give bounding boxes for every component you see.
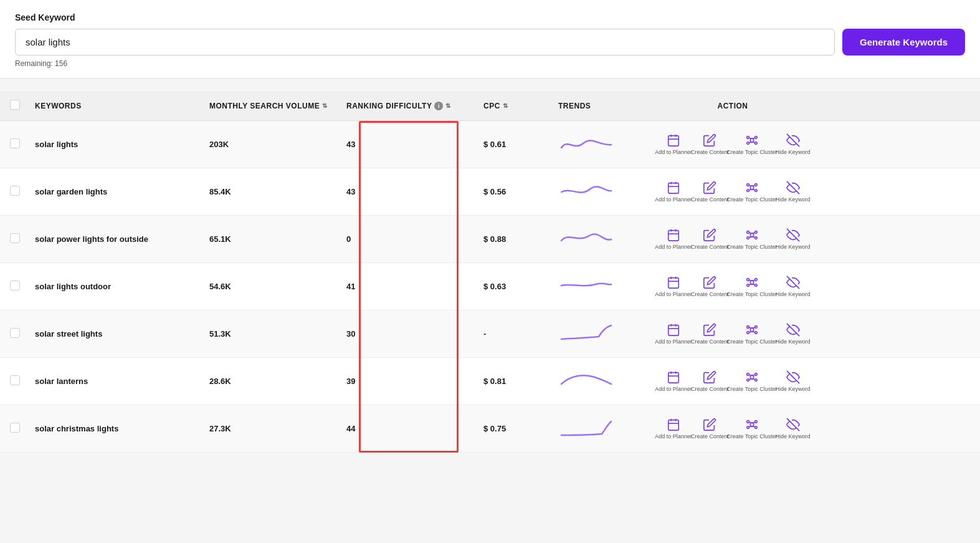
- hide-keyword-4[interactable]: Hide Keyword: [778, 276, 807, 298]
- row-checkbox-2[interactable]: [10, 186, 20, 196]
- add-to-planner-1[interactable]: Add to Planner: [658, 133, 689, 156]
- create-content-4[interactable]: Create Content: [694, 276, 726, 298]
- seed-keyword-input[interactable]: [15, 29, 835, 55]
- keyword-2: solar garden lights: [35, 187, 209, 196]
- svg-line-26: [752, 189, 755, 190]
- table-row: solar power lights for outside 65.1K 0 $…: [0, 216, 980, 263]
- hide-keyword-2[interactable]: Hide Keyword: [778, 181, 807, 203]
- rd-2: 43: [346, 187, 483, 196]
- svg-point-20: [755, 183, 758, 186]
- add-to-planner-6[interactable]: Add to Planner: [658, 370, 689, 393]
- svg-line-65: [749, 327, 752, 328]
- create-content-7[interactable]: Create Content: [694, 418, 726, 440]
- svg-line-53: [749, 284, 752, 284]
- seed-keyword-label: Seed Keyword: [15, 12, 965, 22]
- rd-7: 44: [346, 424, 483, 433]
- table-row: solar lights outdoor 54.6K 41 $ 0.63 Add…: [0, 263, 980, 310]
- svg-line-38: [752, 233, 755, 233]
- create-topic-cluster-7[interactable]: Create Topic Cluster: [731, 418, 773, 440]
- add-to-planner-4[interactable]: Add to Planner: [658, 276, 689, 298]
- create-topic-cluster-3[interactable]: Create Topic Cluster: [731, 228, 773, 251]
- rd-info-icon[interactable]: i: [434, 102, 443, 110]
- add-to-planner-7[interactable]: Add to Planner: [658, 418, 689, 440]
- svg-rect-42: [668, 277, 679, 288]
- row-checkbox-4[interactable]: [10, 281, 20, 291]
- svg-point-33: [747, 231, 749, 233]
- msv-7: 27.3K: [209, 424, 346, 433]
- create-content-6[interactable]: Create Content: [694, 370, 726, 393]
- table-row: solar lanterns 28.6K 39 $ 0.81 Add to Pl…: [0, 358, 980, 405]
- svg-point-89: [747, 420, 749, 423]
- svg-point-90: [755, 420, 758, 423]
- msv-sort-icon[interactable]: ⇅: [322, 102, 328, 109]
- create-topic-cluster-6[interactable]: Create Topic Cluster: [731, 370, 773, 393]
- row-checkbox-6[interactable]: [10, 375, 20, 385]
- svg-line-11: [749, 142, 752, 142]
- svg-line-93: [749, 422, 752, 423]
- generate-keywords-button[interactable]: Generate Keywords: [842, 29, 965, 55]
- svg-line-39: [749, 236, 752, 237]
- create-content-2[interactable]: Create Content: [694, 181, 726, 203]
- svg-point-76: [755, 373, 758, 375]
- svg-line-40: [752, 236, 755, 237]
- svg-point-61: [747, 325, 749, 328]
- svg-rect-28: [668, 230, 679, 241]
- trend-4: [558, 274, 658, 299]
- create-topic-cluster-1[interactable]: Create Topic Cluster: [731, 133, 773, 156]
- hide-keyword-1[interactable]: Hide Keyword: [778, 133, 807, 156]
- cpc-3: $ 0.88: [483, 234, 558, 244]
- svg-point-77: [747, 378, 749, 381]
- svg-point-46: [750, 281, 754, 284]
- msv-6: 28.6K: [209, 377, 346, 386]
- add-to-planner-5[interactable]: Add to Planner: [658, 323, 689, 345]
- table-row: solar christmas lights 27.3K 44 $ 0.75 A…: [0, 405, 980, 453]
- keyword-4: solar lights outdoor: [35, 282, 209, 291]
- create-topic-cluster-2[interactable]: Create Topic Cluster: [731, 181, 773, 203]
- svg-point-63: [747, 331, 749, 334]
- header-checkbox[interactable]: [10, 100, 20, 110]
- create-content-1[interactable]: Create Content: [694, 133, 726, 156]
- svg-point-74: [750, 375, 754, 379]
- cpc-5: -: [483, 329, 558, 339]
- keyword-6: solar lanterns: [35, 377, 209, 386]
- table-row: solar garden lights 85.4K 43 $ 0.56 Add …: [0, 168, 980, 216]
- cpc-sort-icon[interactable]: ⇅: [503, 102, 508, 109]
- create-topic-cluster-5[interactable]: Create Topic Cluster: [731, 323, 773, 345]
- row-checkbox-3[interactable]: [10, 233, 20, 243]
- row-checkbox-7[interactable]: [10, 423, 20, 433]
- keyword-5: solar street lights: [35, 329, 209, 339]
- action-cell-5: Add to Planner Create Content Create Top…: [658, 323, 807, 345]
- add-to-planner-2[interactable]: Add to Planner: [658, 181, 689, 203]
- action-cell-3: Add to Planner Create Content Create Top…: [658, 228, 807, 251]
- action-cell-4: Add to Planner Create Content Create Top…: [658, 276, 807, 298]
- keyword-1: solar lights: [35, 140, 209, 149]
- svg-line-82: [752, 378, 755, 379]
- svg-line-12: [752, 142, 755, 142]
- msv-4: 54.6K: [209, 282, 346, 291]
- svg-point-22: [755, 189, 758, 191]
- create-content-3[interactable]: Create Content: [694, 228, 726, 251]
- create-content-5[interactable]: Create Content: [694, 323, 726, 345]
- hide-keyword-5[interactable]: Hide Keyword: [778, 323, 807, 345]
- add-to-planner-3[interactable]: Add to Planner: [658, 228, 689, 251]
- svg-rect-0: [668, 135, 679, 146]
- svg-line-37: [749, 233, 752, 233]
- svg-point-35: [747, 236, 749, 239]
- rd-sort-icon[interactable]: ⇅: [445, 102, 451, 109]
- hide-keyword-7[interactable]: Hide Keyword: [778, 418, 807, 440]
- row-checkbox-1[interactable]: [10, 138, 20, 148]
- hide-keyword-6[interactable]: Hide Keyword: [778, 370, 807, 393]
- keyword-3: solar power lights for outside: [35, 234, 209, 244]
- cpc-7: $ 0.75: [483, 424, 558, 433]
- col-header-action: ACTION: [658, 102, 807, 110]
- create-topic-cluster-4[interactable]: Create Topic Cluster: [731, 276, 773, 298]
- table-row: solar street lights 51.3K 30 - Add to Pl…: [0, 310, 980, 358]
- hide-keyword-3[interactable]: Hide Keyword: [778, 228, 807, 251]
- table-row: solar lights 203K 43 $ 0.61 Add to Plann…: [0, 121, 980, 168]
- row-checkbox-5[interactable]: [10, 328, 20, 338]
- action-cell-7: Add to Planner Create Content Create Top…: [658, 418, 807, 440]
- svg-point-19: [747, 183, 749, 186]
- rd-1: 43: [346, 140, 483, 149]
- svg-point-60: [750, 328, 754, 332]
- svg-point-75: [747, 373, 749, 375]
